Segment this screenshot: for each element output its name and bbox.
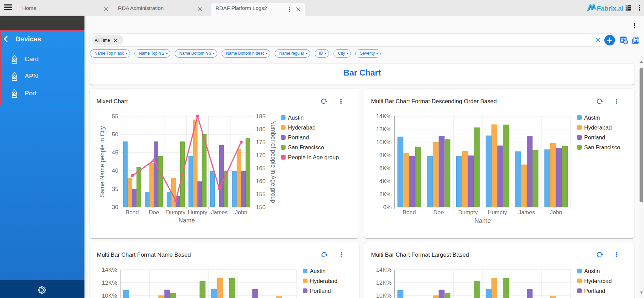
svg-text:185: 185: [256, 113, 265, 120]
svg-text:James: James: [518, 209, 535, 215]
svg-text:Dumpty: Dumpty: [458, 209, 478, 215]
svg-text:175: 175: [256, 139, 265, 146]
svg-text:10K%: 10K%: [102, 293, 117, 298]
svg-text:Bond: Bond: [403, 209, 416, 215]
svg-text:John: John: [235, 209, 247, 215]
svg-text:Austin: Austin: [310, 268, 326, 274]
svg-text:Portland: Portland: [584, 288, 605, 294]
svg-text:Hyderabad: Hyderabad: [310, 278, 338, 284]
svg-text:Doe: Doe: [433, 209, 444, 215]
svg-text:James: James: [211, 209, 228, 215]
svg-text:Humpty: Humpty: [188, 209, 208, 215]
svg-text:Bond: Bond: [126, 209, 139, 215]
svg-text:Portland: Portland: [584, 134, 605, 140]
svg-text:Portland: Portland: [288, 134, 309, 140]
svg-text:170: 170: [256, 152, 265, 159]
svg-text:Name: Name: [179, 217, 195, 224]
svg-text:Hyderabad: Hyderabad: [584, 278, 612, 284]
svg-text:Hyderabad: Hyderabad: [288, 124, 316, 131]
svg-text:Same Name people in City: Same Name people in City: [99, 126, 106, 197]
svg-text:155: 155: [256, 191, 265, 198]
svg-text:John: John: [550, 209, 562, 215]
svg-text:4K%: 4K%: [379, 178, 392, 185]
svg-text:14K%: 14K%: [102, 267, 117, 273]
svg-text:Portland: Portland: [310, 288, 331, 294]
svg-text:180: 180: [256, 126, 265, 133]
svg-text:Austin: Austin: [584, 268, 600, 274]
svg-text:Humpty: Humpty: [488, 209, 508, 215]
svg-text:Number of people in Age group: Number of people in Age group: [270, 120, 277, 203]
svg-text:10K%: 10K%: [376, 139, 392, 146]
svg-text:2K%: 2K%: [379, 191, 392, 198]
svg-text:50: 50: [112, 131, 118, 138]
svg-text:14K%: 14K%: [376, 267, 392, 273]
svg-text:Austin: Austin: [288, 114, 304, 121]
svg-text:55: 55: [112, 113, 118, 120]
svg-text:12K%: 12K%: [376, 280, 392, 286]
svg-text:150: 150: [256, 204, 265, 211]
svg-text:45: 45: [112, 149, 118, 156]
svg-text:8K%: 8K%: [379, 152, 392, 159]
svg-text:165: 165: [256, 165, 265, 172]
svg-text:12K%: 12K%: [102, 280, 117, 286]
svg-text:40: 40: [112, 167, 118, 174]
svg-text:Hyderabad: Hyderabad: [584, 124, 612, 131]
svg-text:160: 160: [256, 178, 265, 185]
svg-text:35: 35: [112, 186, 118, 192]
svg-text:12K%: 12K%: [376, 126, 392, 133]
svg-text:Fabrix.ai: Fabrix.ai: [597, 5, 623, 12]
svg-text:Dumpty: Dumpty: [166, 209, 186, 215]
svg-text:Name: Name: [474, 217, 491, 224]
svg-text:14K%: 14K%: [376, 113, 392, 120]
svg-text:Doe: Doe: [149, 209, 159, 215]
svg-text:San Francisco: San Francisco: [584, 144, 620, 150]
svg-text:San Francisco: San Francisco: [288, 144, 324, 150]
svg-text:6K%: 6K%: [379, 165, 392, 172]
svg-text:30: 30: [112, 204, 118, 211]
svg-text:People in Age group: People in Age group: [288, 154, 339, 160]
svg-text:10K%: 10K%: [376, 293, 392, 298]
svg-text:Austin: Austin: [584, 114, 600, 121]
svg-text:0%: 0%: [383, 204, 392, 211]
